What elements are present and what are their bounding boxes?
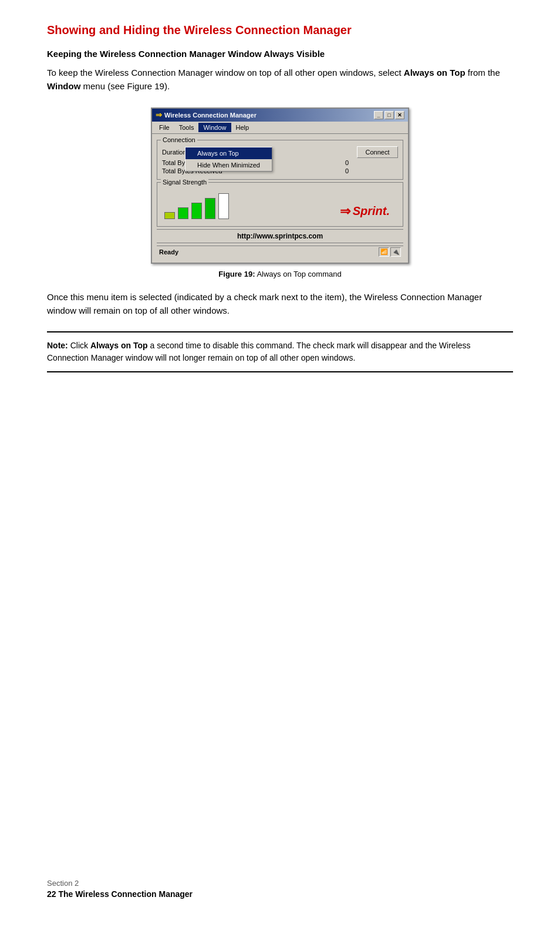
win-dialog: ⇒ Wireless Connection Manager _ □ ✕ File… [151,107,409,264]
section-heading: Keeping the Wireless Connection Manager … [47,49,513,59]
signal-label: Signal Strength [161,179,208,186]
connection-label: Connection [161,136,197,143]
window-dropdown: Always on Top Hide When Minimized [185,147,272,172]
body-text-1-mid: from the [465,68,500,78]
body-paragraph-1: To keep the Wireless Connection Manager … [47,66,513,93]
status-bar: Ready 📶 🔌 [157,246,403,258]
bytes-sent-value: 0 [345,159,349,166]
bytes-recv-value: 0 [345,167,349,174]
footer-page: 22 The Wireless Connection Manager [47,889,513,899]
sprint-logo-text: Sprint. [353,204,390,218]
menu-tools[interactable]: Tools [174,123,199,132]
body-text-1-end: menu (see Figure 19). [80,81,170,91]
signal-bars [164,193,229,219]
win-minimize-btn[interactable]: _ [374,111,383,119]
win-dialog-title: Wireless Connection Manager [164,112,257,119]
figure-container: ⇒ Wireless Connection Manager _ □ ✕ File… [47,107,513,278]
status-text: Ready [159,248,178,256]
win-close-btn[interactable]: ✕ [395,111,404,119]
sprint-logo: ⇒ Sprint. [340,204,390,219]
note-bold: Always on Top [90,341,148,350]
connect-button[interactable]: Connect [357,146,398,158]
body-text-always-on-top: Always on Top [404,68,465,78]
footer-section: Section 2 [47,879,513,888]
win-titlebar: ⇒ Wireless Connection Manager _ □ ✕ [152,109,408,122]
note-label: Note: [47,341,68,350]
note-box: Note: Click Always on Top a second time … [47,331,513,372]
body-text-1-start: To keep the Wireless Connection Manager … [47,68,404,78]
menu-file[interactable]: File [154,123,174,132]
body-text-window: Window [47,81,80,91]
note-text-start: Click [70,341,90,350]
menu-window[interactable]: Window [198,123,231,132]
duration-label: Duration [162,149,187,156]
dropdown-always-on-top[interactable]: Always on Top [185,147,272,159]
status-icons: 📶 🔌 [379,247,401,257]
win-titlebar-icon: ⇒ [156,110,162,119]
win-titlebar-left: ⇒ Wireless Connection Manager [156,110,257,119]
figure-caption-bold: Figure 19: [218,270,255,278]
url-bar: http://www.sprintpcs.com [157,229,403,243]
signal-bar-4 [205,198,215,219]
signal-content: ⇒ Sprint. [162,191,398,221]
win-titlebar-buttons: _ □ ✕ [374,111,404,119]
page-footer: Section 2 22 The Wireless Connection Man… [47,879,513,899]
signal-bar-5 [218,193,229,219]
signal-bar-1 [164,212,175,219]
signal-bar-2 [178,207,188,219]
status-icon-1: 📶 [379,247,389,257]
win-restore-btn[interactable]: □ [384,111,394,119]
figure-caption-text: Always on Top command [257,270,341,278]
body-paragraph-2: Once this menu item is selected (indicat… [47,290,513,318]
sprint-arrow-icon: ⇒ [340,204,350,219]
dropdown-hide-when-minimized[interactable]: Hide When Minimized [185,159,272,171]
signal-group: Signal Strength [157,182,403,227]
status-icon-2: 🔌 [390,247,401,257]
signal-bar-3 [191,203,202,219]
win-menubar: File Tools Window Help [152,122,408,134]
page-title: Showing and Hiding the Wireless Connecti… [47,23,513,37]
figure-caption: Figure 19: Always on Top command [218,270,341,278]
menu-help[interactable]: Help [231,123,254,132]
